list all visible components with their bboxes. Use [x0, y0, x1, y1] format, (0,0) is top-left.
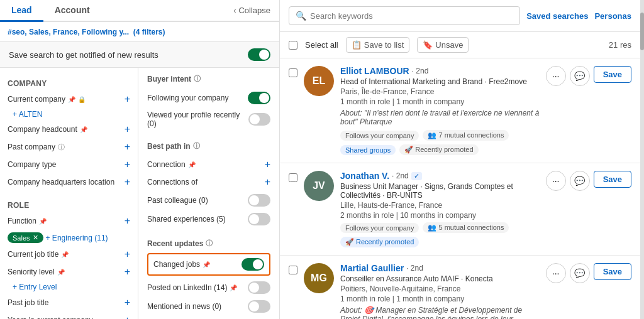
buyer-intent-info-icon[interactable]: ⓘ — [194, 74, 201, 84]
scrollbar[interactable] — [640, 0, 644, 319]
pin-icon4: 📌 — [61, 251, 69, 258]
avatar: MG — [304, 263, 334, 293]
posted-pin: 📌 — [230, 284, 237, 291]
filter-title: #seo, Sales, France, Following y... (4 f… — [8, 28, 165, 36]
sales-tag-remove[interactable]: ✕ — [33, 234, 38, 242]
mentioned-toggle[interactable] — [248, 300, 270, 313]
best-path-info-icon[interactable]: ⓘ — [193, 141, 200, 151]
shared-exp-toggle[interactable] — [248, 213, 270, 225]
result-actions: ··· 💬 Save — [546, 66, 631, 86]
result-actions: ··· 💬 Save — [546, 171, 631, 191]
message-button[interactable]: 💬 — [570, 171, 590, 191]
save-button[interactable]: Save — [594, 171, 631, 188]
follows-tag: Follows your company — [340, 223, 419, 233]
alten-tag[interactable]: + ALTEN — [0, 108, 138, 121]
result-name[interactable]: Jonathan V. — [340, 171, 389, 181]
hq-location-add[interactable]: + — [125, 176, 130, 188]
select-all-label[interactable]: Select all — [305, 40, 338, 50]
message-button[interactable]: 💬 — [570, 66, 590, 86]
company-type-label: Company type — [8, 160, 56, 169]
changed-jobs-text: Changed jobs — [153, 260, 200, 269]
filter-years-company[interactable]: Years in current company + — [0, 311, 138, 319]
past-colleague-label: Past colleague (0) — [147, 196, 208, 205]
save-button[interactable]: Save — [594, 263, 631, 280]
tab-lead[interactable]: Lead — [0, 0, 43, 22]
filter-job-title[interactable]: Current job title 📌 + — [0, 246, 138, 263]
search-input-wrap[interactable]: 🔍 — [289, 6, 520, 25]
connections-of-add[interactable]: + — [265, 176, 270, 188]
entry-level-link[interactable]: + Entry Level — [13, 283, 57, 291]
filter-past-company[interactable]: Past company ⓘ + — [0, 138, 138, 156]
result-name[interactable]: Martial Gaullier — [340, 263, 404, 273]
save-search-label: Save search to get notified of new resul… — [9, 50, 248, 60]
result-card: EL Elliot LAMBOUR · 2nd Head of Internat… — [280, 58, 640, 163]
following-toggle[interactable] — [248, 92, 270, 104]
sales-tag[interactable]: Sales ✕ — [8, 232, 43, 243]
mutual-tag: 👥 7 mutual connections — [423, 130, 509, 141]
tab-account[interactable]: Account — [43, 0, 101, 22]
result-checkbox-1[interactable] — [289, 173, 297, 182]
function-add[interactable]: + — [125, 215, 130, 227]
filter-hq-location[interactable]: Company headquarters location + — [0, 173, 138, 191]
filter-count: (4 filters) — [133, 28, 165, 36]
years-add[interactable]: + — [125, 315, 130, 319]
result-about: About: 🎯 Manager en Stratégie et Dévelop… — [340, 306, 540, 319]
changed-jobs-toggle[interactable] — [242, 258, 264, 271]
current-company-add[interactable]: + — [125, 94, 130, 105]
filter-current-company[interactable]: Current company 📌🔒 + — [0, 90, 138, 108]
function-label: Function 📌 — [8, 217, 47, 225]
result-name[interactable]: Elliot LAMBOUR — [340, 66, 409, 76]
past-colleague-toggle[interactable] — [248, 194, 270, 207]
job-title-add[interactable]: + — [125, 249, 130, 260]
filter-company-type[interactable]: Company type + — [0, 156, 138, 173]
headcount-add[interactable]: + — [125, 124, 130, 135]
follows-tag: Follows your company — [340, 131, 419, 141]
search-input[interactable] — [310, 11, 513, 21]
filter-headcount[interactable]: Company headcount 📌 + — [0, 121, 138, 138]
recent-updates-info-icon[interactable]: ⓘ — [206, 239, 213, 248]
result-degree: · 2nd — [392, 171, 409, 180]
save-search-toggle[interactable] — [248, 48, 270, 61]
pin-icon3: 📌 — [39, 218, 47, 225]
more-options-button[interactable]: ··· — [546, 171, 566, 191]
personas-link[interactable]: Personas — [594, 11, 631, 21]
result-about: About: "Il n'est rien dont le travail et… — [340, 109, 540, 126]
result-checkbox-0[interactable] — [289, 68, 297, 77]
posted-toggle[interactable] — [248, 281, 270, 294]
unsave-button[interactable]: 🔖 Unsave — [417, 37, 469, 53]
saved-searches-link[interactable]: Saved searches — [526, 11, 588, 21]
past-company-add[interactable]: + — [125, 141, 130, 153]
connection-add[interactable]: + — [265, 159, 270, 170]
message-button[interactable]: 💬 — [570, 263, 590, 283]
best-path-connection: Connection 📌 + — [147, 156, 270, 173]
past-company-label: Past company ⓘ — [8, 143, 65, 152]
best-path-connections-of: Connections of + — [147, 173, 270, 191]
unsave-icon: 🔖 — [423, 40, 433, 50]
result-checkbox-2[interactable] — [289, 266, 297, 274]
headcount-label: Company headcount 📌 — [8, 125, 87, 134]
more-options-button[interactable]: ··· — [546, 66, 566, 86]
result-content: Jonathan V. · 2nd ✓ Business Unit Manage… — [340, 171, 540, 247]
more-options-button[interactable]: ··· — [546, 263, 566, 283]
seniority-add[interactable]: + — [125, 266, 130, 278]
select-all-checkbox[interactable] — [289, 41, 297, 50]
mentioned-news-item: Mentioned in news (0) — [147, 297, 270, 316]
collapse-button[interactable]: ‹ Collapse — [225, 0, 279, 21]
seniority-label: Seniority level 📌 — [8, 268, 65, 276]
company-type-add[interactable]: + — [125, 159, 130, 170]
past-job-add[interactable]: + — [125, 297, 130, 308]
engineering-link[interactable]: + Engineering (11) — [46, 234, 108, 242]
changed-jobs-pin: 📌 — [203, 261, 210, 268]
filter-seniority[interactable]: Seniority level 📌 + — [0, 263, 138, 281]
avatar: EL — [304, 66, 334, 96]
save-to-list-button[interactable]: 📋 Save to list — [346, 37, 410, 53]
filter-past-job[interactable]: Past job title + — [0, 294, 138, 311]
filter-function[interactable]: Function 📌 + — [0, 212, 138, 230]
years-label: Years in current company — [8, 316, 93, 319]
result-location: Poitiers, Nouvelle-Aquitaine, France — [340, 284, 540, 293]
scrollbar-thumb[interactable] — [640, 13, 644, 50]
viewed-toggle[interactable] — [248, 113, 270, 126]
save-button[interactable]: Save — [594, 66, 631, 83]
shared-groups-tag: Shared groups — [340, 145, 396, 155]
search-icon: 🔍 — [296, 11, 306, 21]
